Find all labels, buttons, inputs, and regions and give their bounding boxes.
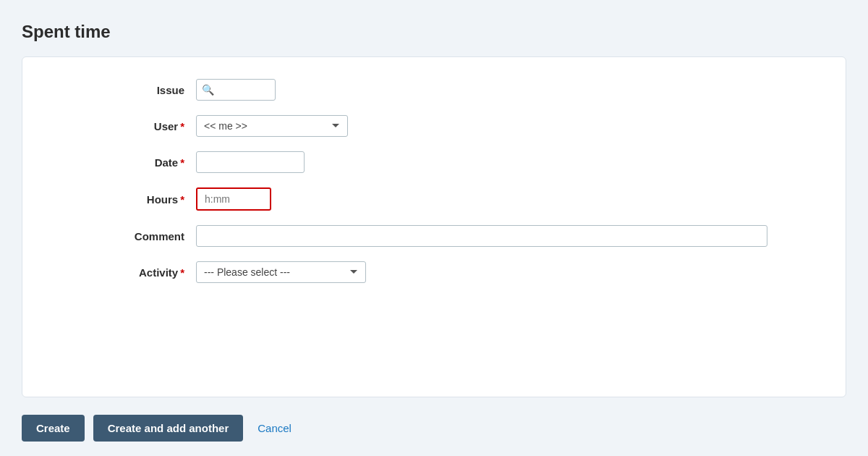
user-label: User* [51,120,196,132]
issue-label: Issue [51,84,196,96]
comment-row: Comment [51,225,817,247]
activity-select[interactable]: --- Please select --- [196,261,366,283]
date-label: Date* [51,156,196,169]
cancel-link[interactable]: Cancel [252,415,297,442]
activity-select-wrap: --- Please select --- [196,261,366,283]
issue-input-wrap: 🔍 [196,79,276,101]
issue-row: Issue 🔍 [51,79,817,101]
user-select-wrap: << me >> [196,115,348,137]
hours-input-wrap [196,187,271,211]
comment-input-wrap [196,225,767,247]
user-select[interactable]: << me >> [196,115,348,137]
hours-required-star: * [180,193,184,206]
form-card: Issue 🔍 User* << me >> Date* 2024/09/11 … [22,56,846,397]
user-row: User* << me >> [51,115,817,137]
hours-label: Hours* [51,193,196,206]
date-input-wrap: 2024/09/11 [196,151,305,173]
activity-required-star: * [180,266,184,279]
button-row: Create Create and add another Cancel [22,415,846,442]
comment-input[interactable] [196,225,767,247]
date-required-star: * [180,156,184,169]
create-and-add-another-button[interactable]: Create and add another [93,415,244,442]
user-required-star: * [180,120,184,132]
date-input[interactable]: 2024/09/11 [196,151,305,173]
activity-row: Activity* --- Please select --- [51,261,817,283]
search-icon: 🔍 [202,84,214,96]
date-row: Date* 2024/09/11 [51,151,817,173]
page-title: Spent time [22,22,846,42]
create-button[interactable]: Create [22,415,85,442]
activity-label: Activity* [51,266,196,279]
hours-row: Hours* [51,187,817,211]
comment-label: Comment [51,230,196,242]
hours-input[interactable] [197,189,270,209]
